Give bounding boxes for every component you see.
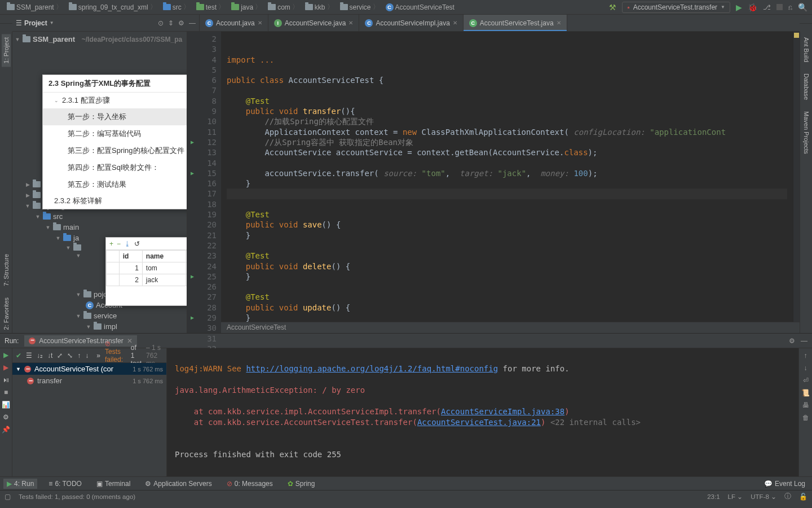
crumb-6[interactable]: kkb〉: [303, 1, 336, 13]
stack-link[interactable]: AccountServiceImpl.java:38: [441, 407, 564, 416]
more-icon[interactable]: »: [96, 352, 100, 360]
prev-icon[interactable]: ↑: [77, 352, 81, 360]
tab-accountservicetest[interactable]: CAccountServiceTest.java✕: [464, 15, 567, 31]
tab-accountserviceimpl[interactable]: CAccountServiceImpl.java✕: [359, 15, 463, 31]
outline-step[interactable]: 第三步：配置Spring的核心配置文件: [43, 142, 187, 159]
tab-messages[interactable]: ⊘0: Messages: [223, 479, 276, 489]
table-row[interactable]: 2jack1100: [107, 274, 188, 286]
settings-icon[interactable]: ⚙: [2, 413, 11, 422]
sidetab-database[interactable]: Database: [802, 70, 811, 103]
rerun-failed-icon[interactable]: ▶: [2, 363, 11, 372]
sidetab-structure[interactable]: 7: Structure: [2, 251, 11, 290]
crumb-8[interactable]: CAccountServiceTest: [383, 2, 457, 12]
tab-run[interactable]: ▶4: Run: [3, 479, 37, 489]
outline-step[interactable]: 第四步：配置Sql映射文件：: [43, 159, 187, 176]
editor-breadcrumb[interactable]: AccountServiceTest: [221, 322, 800, 333]
tree-impl[interactable]: ▼impl: [15, 321, 184, 332]
status-toggle-icon[interactable]: ▢: [5, 493, 11, 501]
close-icon[interactable]: ✕: [557, 20, 561, 26]
up-icon[interactable]: ↑: [804, 352, 807, 360]
code-area[interactable]: import ... public class AccountServiceTe…: [221, 32, 793, 333]
crumb-1[interactable]: spring_09_tx_crud_xml〉: [67, 1, 159, 13]
gear-icon[interactable]: ⚙: [789, 337, 795, 345]
table-row[interactable]: 1tom900: [107, 262, 188, 274]
gear-icon[interactable]: ⚙: [178, 19, 184, 27]
stop-icon[interactable]: ■: [2, 388, 11, 397]
project-icon[interactable]: ☰: [16, 19, 22, 27]
revert-icon[interactable]: ↺: [134, 240, 140, 248]
run-config-selector[interactable]: ⭑ AccountServiceTest.transfer ▼: [622, 2, 730, 13]
lock-icon[interactable]: 🔓: [799, 493, 807, 501]
tab-todo[interactable]: ≡6: TODO: [45, 479, 85, 489]
outline-h3[interactable]: 2.3.2 标签详解: [43, 193, 187, 209]
test-root[interactable]: ▼ AccountServiceTest (cor 1 s 762 ms: [12, 363, 166, 375]
outline-h1[interactable]: 2.3 Spring基于XML的事务配置: [43, 75, 187, 93]
build-icon[interactable]: ⚒: [609, 3, 616, 12]
tab-terminal[interactable]: ▣Terminal: [93, 479, 134, 489]
next-icon[interactable]: ↓: [85, 352, 89, 360]
tab-eventlog[interactable]: 💬Event Log: [761, 479, 809, 489]
tree-src[interactable]: ▼src: [15, 211, 184, 222]
target-icon[interactable]: ⊙: [158, 19, 164, 27]
crumb-3[interactable]: test〉: [194, 1, 227, 13]
context-icon[interactable]: ⓘ: [784, 492, 791, 501]
db-result-popup[interactable]: + − ⭳ ↺ ≡ ⤢ idnamemoney 1tom900 2jack110…: [105, 237, 187, 306]
toggle-icon[interactable]: ⏯: [2, 375, 11, 384]
sort-icon[interactable]: ☰: [26, 352, 32, 360]
add-row-icon[interactable]: +: [109, 240, 113, 248]
sort-alpha-icon[interactable]: ↓₂: [37, 352, 43, 360]
softwrap-icon[interactable]: ⏎: [803, 376, 809, 384]
hide-icon[interactable]: —: [801, 337, 807, 345]
crumb-7[interactable]: service〉: [338, 1, 382, 13]
file-encoding[interactable]: UTF-8 ⌄: [751, 493, 776, 501]
debug-icon[interactable]: 🐞: [748, 3, 757, 12]
test-item[interactable]: transfer 1 s 762 ms: [12, 375, 166, 387]
outline-h2[interactable]: ⌄2.3.1 配置步骤: [43, 93, 187, 108]
git-icon[interactable]: ⎌: [788, 3, 792, 11]
collapse-icon[interactable]: ⇕: [168, 19, 174, 27]
crumb-4[interactable]: java〉: [229, 1, 264, 13]
tab-appservers[interactable]: ⚙Application Servers: [142, 479, 215, 489]
scroll-icon[interactable]: 📜: [801, 389, 810, 397]
tree-root[interactable]: ▼ SSM_parent ~/IdeaProject/class007/SSM_…: [15, 34, 184, 45]
remove-row-icon[interactable]: −: [117, 240, 121, 248]
tree-main[interactable]: ▼main: [15, 222, 184, 233]
outline-step[interactable]: 第五步：测试结果: [43, 176, 187, 193]
stop-icon[interactable]: [776, 4, 783, 10]
expand-icon[interactable]: ⤢: [57, 352, 63, 360]
pin-icon[interactable]: 📌: [2, 425, 11, 434]
caret-position[interactable]: 23:1: [707, 493, 720, 500]
pass-filter-icon[interactable]: ✔: [16, 352, 21, 360]
clear-icon[interactable]: 🗑: [802, 414, 809, 422]
gutter[interactable]: 234567891011▶121314▶15161718192021222324…: [187, 32, 221, 333]
stack-link[interactable]: AccountServiceTest.java:21: [417, 418, 541, 427]
outline-popup[interactable]: 2.3 Spring基于XML的事务配置 ⌄2.3.1 配置步骤 第一步：导入坐…: [42, 75, 187, 209]
tab-accountservice[interactable]: IAccountService.java✕: [268, 15, 360, 31]
tree-service[interactable]: ▼service: [15, 310, 184, 321]
commit-icon[interactable]: ⭳: [124, 240, 131, 248]
outline-step[interactable]: 第二步：编写基础代码: [43, 125, 187, 142]
collapse-all-icon[interactable]: ⤡: [67, 352, 73, 360]
sidetab-maven[interactable]: Maven Projects: [802, 108, 811, 157]
log4j-link[interactable]: http://logging.apache.org/log4j/1.2/faq.…: [246, 364, 498, 373]
tab-spring[interactable]: ✿Spring: [284, 479, 319, 489]
sidetab-ant[interactable]: Ant Build: [802, 34, 811, 65]
hide-icon[interactable]: —: [189, 19, 196, 27]
close-icon[interactable]: ✕: [348, 20, 353, 26]
crumb-0[interactable]: SSM_parent〉: [5, 1, 65, 13]
tree-class[interactable]: CAccountServiceImp: [15, 332, 184, 333]
sidetab-project[interactable]: 1: Project: [2, 34, 11, 67]
outline-step[interactable]: 第一步：导入坐标: [43, 108, 187, 125]
down-icon[interactable]: ↓: [804, 364, 807, 372]
line-separator[interactable]: LF ⌄: [728, 493, 743, 501]
crumb-2[interactable]: src〉: [161, 1, 192, 13]
search-icon[interactable]: 🔍: [798, 3, 807, 12]
run-icon[interactable]: ▶: [736, 3, 742, 12]
console-output[interactable]: log4j:WARN See http://logging.apache.org…: [167, 348, 798, 476]
rerun-icon[interactable]: ▶: [2, 351, 11, 360]
code-editor[interactable]: 234567891011▶121314▶15161718192021222324…: [187, 32, 800, 333]
tab-account[interactable]: CAccount.java✕: [200, 15, 268, 31]
print-icon[interactable]: 🖶: [802, 401, 809, 409]
project-tree[interactable]: ▼ SSM_parent ~/IdeaProject/class007/SSM_…: [12, 32, 187, 333]
sidetab-favorites[interactable]: 2: Favorites: [2, 294, 11, 333]
